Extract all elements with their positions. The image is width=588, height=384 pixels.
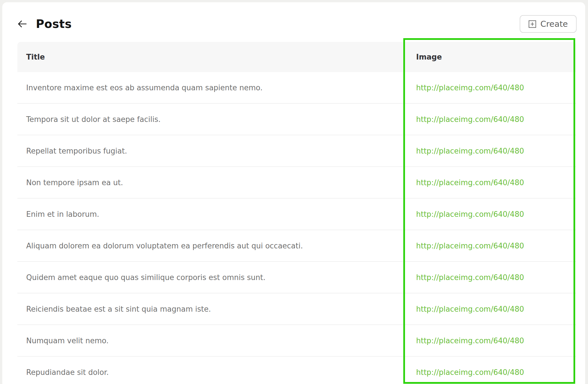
post-image-link[interactable]: http://placeimg.com/640/480 [416,147,524,155]
table-row[interactable]: Repudiandae sit dolor. http://placeimg.c… [17,357,576,384]
column-header-image[interactable]: Image [407,53,576,61]
create-button[interactable]: Create [520,15,577,33]
post-image-link[interactable]: http://placeimg.com/640/480 [416,305,524,313]
post-image-link[interactable]: http://placeimg.com/640/480 [416,336,524,345]
table-row[interactable]: Reiciendis beatae est a sit sint quia ma… [17,293,576,325]
posts-page-card: Posts Create Title Image Inventore maxim… [2,2,585,384]
post-title-cell: Numquam velit nemo. [17,336,407,345]
post-title-cell: Reiciendis beatae est a sit sint quia ma… [17,305,407,313]
post-title-cell: Tempora sit ut dolor at saepe facilis. [17,115,407,124]
post-title-cell: Enim et in laborum. [17,210,407,218]
plus-square-icon [529,20,536,28]
arrow-left-icon [17,20,27,28]
table-row[interactable]: Quidem amet eaque quo quas similique cor… [17,262,576,293]
back-button[interactable] [17,19,27,29]
page-topbar: Posts Create [17,15,577,33]
post-image-link[interactable]: http://placeimg.com/640/480 [416,115,524,124]
post-image-link[interactable]: http://placeimg.com/640/480 [416,368,524,377]
post-title-cell: Inventore maxime est eos ab assumenda qu… [17,83,407,92]
column-header-title[interactable]: Title [17,53,407,61]
post-image-link[interactable]: http://placeimg.com/640/480 [416,273,524,282]
post-title-cell: Repudiandae sit dolor. [17,368,407,377]
posts-table: Title Image Inventore maxime est eos ab … [17,42,576,384]
post-title-cell: Quidem amet eaque quo quas similique cor… [17,273,407,282]
table-row[interactable]: Repellat temporibus fugiat. http://place… [17,135,576,167]
post-image-link[interactable]: http://placeimg.com/640/480 [416,83,524,92]
create-button-label: Create [540,19,568,29]
table-row[interactable]: Numquam velit nemo. http://placeimg.com/… [17,325,576,357]
table-header-row: Title Image [17,42,576,72]
post-title-cell: Non tempore ipsam ea ut. [17,178,407,187]
post-title-cell: Aliquam dolorem ea dolorum voluptatem ea… [17,242,407,250]
page-title: Posts [36,17,72,30]
table-row[interactable]: Tempora sit ut dolor at saepe facilis. h… [17,104,576,135]
post-image-link[interactable]: http://placeimg.com/640/480 [416,178,524,187]
table-row[interactable]: Inventore maxime est eos ab assumenda qu… [17,72,576,104]
table-row[interactable]: Non tempore ipsam ea ut. http://placeimg… [17,167,576,199]
post-title-cell: Repellat temporibus fugiat. [17,147,407,155]
table-row[interactable]: Enim et in laborum. http://placeimg.com/… [17,199,576,230]
post-image-link[interactable]: http://placeimg.com/640/480 [416,242,524,250]
post-image-link[interactable]: http://placeimg.com/640/480 [416,210,524,218]
table-row[interactable]: Aliquam dolorem ea dolorum voluptatem ea… [17,230,576,262]
